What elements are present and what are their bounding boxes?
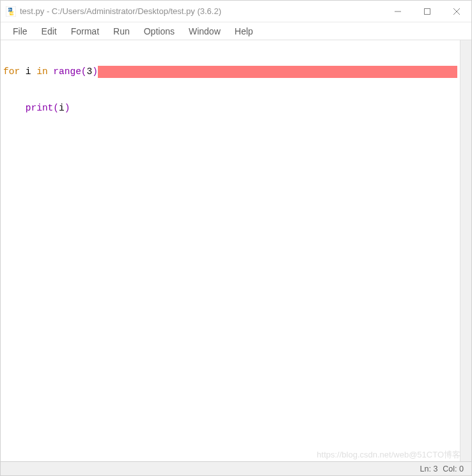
code-line-1: for i in range(3): [3, 66, 457, 78]
menu-edit[interactable]: Edit: [35, 24, 64, 38]
syntax-error-highlight: [98, 66, 457, 78]
status-line: Ln: 3: [420, 464, 438, 473]
close-button[interactable]: [442, 1, 471, 22]
keyword-for: for: [3, 66, 20, 78]
statusbar: Ln: 3 Col: 0: [1, 461, 471, 475]
keyword-in: in: [36, 66, 47, 78]
svg-point-2: [12, 13, 12, 14]
code-line-2: print(i): [3, 102, 457, 114]
editor-container: for i in range(3) print(i): [1, 40, 471, 461]
number: 3: [87, 66, 93, 78]
vertical-scrollbar[interactable]: [460, 40, 471, 461]
paren-open: (: [53, 102, 59, 114]
svg-rect-4: [425, 8, 430, 14]
variable: i: [59, 102, 65, 114]
space: [48, 66, 54, 78]
menubar: File Edit Format Run Options Window Help: [1, 22, 471, 40]
maximize-button[interactable]: [413, 1, 442, 22]
status-col: Col: 0: [443, 464, 464, 473]
menu-help[interactable]: Help: [228, 24, 260, 38]
paren-open: (: [81, 66, 87, 78]
indent: [3, 102, 26, 114]
menu-run[interactable]: Run: [106, 24, 137, 38]
code-editor[interactable]: for i in range(3) print(i): [1, 40, 460, 461]
builtin-print: print: [26, 102, 54, 114]
svg-point-1: [9, 8, 10, 8]
python-icon: [6, 6, 16, 17]
menu-window[interactable]: Window: [182, 24, 228, 38]
paren-close: ): [65, 102, 70, 114]
builtin-range: range: [53, 66, 81, 78]
menu-file[interactable]: File: [6, 24, 35, 38]
window-controls: [383, 1, 471, 22]
menu-format[interactable]: Format: [64, 24, 106, 38]
variable: i: [20, 66, 36, 78]
menu-options[interactable]: Options: [137, 24, 182, 38]
minimize-button[interactable]: [383, 1, 413, 22]
window-title: test.py - C:/Users/Administrator/Desktop…: [20, 6, 383, 16]
titlebar: test.py - C:/Users/Administrator/Desktop…: [1, 1, 471, 22]
paren-close: ): [92, 66, 98, 78]
